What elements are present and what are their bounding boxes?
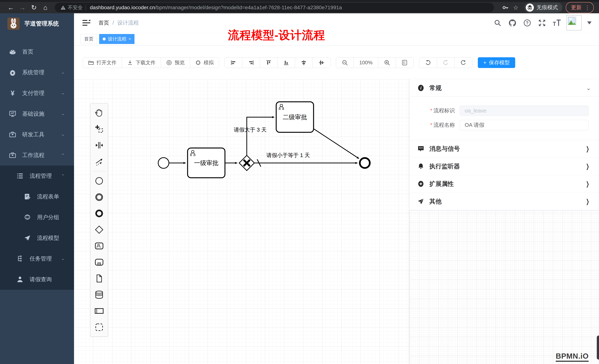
avatar-dropdown-caret[interactable] bbox=[587, 21, 592, 24]
sidebar-item-label: 请假查询 bbox=[30, 276, 52, 283]
cpu-button[interactable]: 模拟 bbox=[190, 58, 219, 68]
start-event[interactable] bbox=[158, 158, 169, 168]
flow-task2-to-end[interactable] bbox=[314, 129, 359, 159]
chevron-down-icon: ⌄ bbox=[61, 70, 65, 75]
fit-viewport-button[interactable] bbox=[396, 58, 414, 68]
align-left-button[interactable] bbox=[225, 58, 242, 68]
incognito-label: 无痕模式 bbox=[537, 4, 558, 11]
browser-reload-button[interactable]: ↻ bbox=[28, 4, 40, 11]
sidebar-item-首页[interactable]: 首页 bbox=[0, 41, 74, 62]
align-center-v-button[interactable] bbox=[313, 58, 330, 68]
zoom-out-button[interactable] bbox=[336, 58, 354, 68]
align-center-h-button[interactable] bbox=[295, 58, 313, 68]
help-icon[interactable]: ? bbox=[522, 18, 532, 28]
password-key-icon[interactable] bbox=[500, 4, 511, 11]
process-key-label: *流程标识 bbox=[410, 107, 460, 114]
section-other[interactable]: 其他 ❯ bbox=[410, 193, 599, 210]
align-top-button[interactable] bbox=[260, 58, 277, 68]
gauge-icon bbox=[9, 48, 16, 55]
address-bar[interactable]: 不安全 dashboard.yudao.iocoder.cn/bpm/manag… bbox=[55, 3, 494, 12]
process-name-input[interactable]: OA 请假 bbox=[460, 120, 589, 130]
sidebar-item-任务管理[interactable]: 任务管理⌄ bbox=[0, 248, 74, 269]
browser-tabstrip bbox=[0, 0, 599, 2]
flow-label-le1[interactable]: 请假小于等于 1 天 bbox=[266, 152, 310, 158]
browser-update-button[interactable]: 更新 ⋮ bbox=[566, 2, 594, 13]
sidebar-item-系统管理[interactable]: 系统管理⌄ bbox=[0, 62, 74, 83]
eye-button[interactable]: 预览 bbox=[161, 58, 190, 68]
breadcrumb-home[interactable]: 首页 bbox=[98, 19, 109, 27]
sidebar-item-支付管理[interactable]: ¥支付管理⌄ bbox=[0, 83, 74, 103]
security-label: 不安全 bbox=[68, 4, 83, 11]
browser-chrome: ← → ↻ ⌂ 不安全 dashboard.yudao.iocoder.cn/b… bbox=[0, 0, 599, 13]
security-warning[interactable]: 不安全 bbox=[60, 4, 83, 11]
browser-forward-button[interactable]: → bbox=[17, 4, 28, 11]
zoom-in-button[interactable] bbox=[378, 58, 396, 68]
save-model-button[interactable]: + 保存模型 bbox=[478, 57, 515, 68]
sidebar-item-用户分组[interactable]: 用户分组 bbox=[0, 207, 74, 228]
sidebar-item-研发工具[interactable]: 研发工具⌄ bbox=[0, 124, 74, 145]
section-extended-attrs[interactable]: 扩展属性 ❯ bbox=[410, 175, 599, 193]
folder-open-button[interactable]: 打开文件 bbox=[83, 58, 122, 68]
bpmn-io-watermark[interactable]: BPMN.iO bbox=[556, 352, 589, 362]
browser-back-button[interactable]: ← bbox=[5, 4, 17, 11]
redo-button[interactable] bbox=[437, 58, 455, 68]
sidebar-item-流程模型[interactable]: 流程模型 bbox=[0, 228, 74, 248]
sidebar: 芋道管理系统 首页系统管理⌄¥支付管理⌄基础设施⌄研发工具⌄工作流程⌃流程管理⌃… bbox=[0, 13, 74, 364]
github-icon[interactable] bbox=[507, 18, 518, 28]
user-avatar[interactable] bbox=[566, 15, 581, 31]
tab-design-process[interactable]: 设计流程 × bbox=[99, 34, 134, 44]
bookmark-star-icon[interactable]: ☆ bbox=[511, 4, 521, 11]
bpmn-canvas[interactable]: 请假大于 3 天 请假小于等于 1 天 一级审批 bbox=[74, 79, 599, 364]
bpmn-diagram: 请假大于 3 天 请假小于等于 1 天 一级审批 bbox=[74, 79, 410, 364]
history-button-group bbox=[419, 57, 472, 68]
chevron-down-icon[interactable]: ⌄ bbox=[586, 85, 591, 91]
sidebar-item-工作流程[interactable]: 工作流程⌃ bbox=[0, 145, 74, 166]
save-model-label: 保存模型 bbox=[489, 59, 510, 66]
field-process-name: *流程名称 OA 请假 bbox=[410, 120, 589, 130]
align-right-button[interactable] bbox=[242, 58, 260, 68]
tab-close-icon[interactable]: × bbox=[129, 37, 131, 41]
sidebar-fold-icon[interactable] bbox=[82, 20, 90, 26]
section-message-signal[interactable]: 消息与信号 ❯ bbox=[410, 140, 599, 157]
person-icon bbox=[16, 276, 24, 283]
app-logo-row[interactable]: 芋道管理系统 bbox=[0, 13, 74, 34]
tab-home[interactable]: 首页 bbox=[81, 34, 97, 44]
undo-button[interactable] bbox=[419, 58, 437, 68]
tags-view-bar: 首页 设计流程 × bbox=[74, 32, 599, 46]
user-task-level1[interactable]: 一级审批 bbox=[188, 148, 225, 178]
browser-menu-icon[interactable]: ⋮ bbox=[585, 4, 590, 11]
restart-button[interactable] bbox=[455, 58, 472, 68]
panel-sections: i 常规 ⌄ *流程标识 oa_leave *流程名称 OA 请假 bbox=[410, 79, 599, 211]
align-bottom-button[interactable] bbox=[277, 58, 295, 68]
user-task-level2[interactable]: 二级审批 bbox=[276, 102, 314, 132]
browser-home-button[interactable]: ⌂ bbox=[40, 4, 51, 11]
required-asterisk: * bbox=[430, 122, 432, 128]
section-title: 扩展属性 bbox=[429, 180, 454, 188]
button-label: 下载文件 bbox=[136, 59, 156, 66]
sidebar-item-基础设施[interactable]: 基础设施⌄ bbox=[0, 103, 74, 124]
sidebar-item-流程管理[interactable]: 流程管理⌃ bbox=[0, 166, 74, 186]
designer-toolbar: 打开文件下载文件预览模拟 100% bbox=[74, 46, 599, 79]
download-button[interactable]: 下载文件 bbox=[122, 58, 161, 68]
tab-home-label: 首页 bbox=[84, 36, 93, 42]
sidebar-item-请假查询[interactable]: 请假查询 bbox=[0, 269, 74, 290]
flow-gateway-to-task2[interactable] bbox=[247, 117, 274, 155]
sidebar-item-流程表单[interactable]: 流程表单 bbox=[0, 186, 74, 207]
exclusive-gateway[interactable] bbox=[239, 155, 254, 170]
flow-label-gt3[interactable]: 请假大于 3 天 bbox=[234, 127, 267, 133]
section-execution-listener[interactable]: 执行监听器 ❯ bbox=[410, 157, 599, 175]
end-event[interactable] bbox=[360, 158, 370, 168]
field-process-key: *流程标识 oa_leave bbox=[410, 105, 589, 116]
search-icon[interactable] bbox=[493, 18, 503, 28]
drawer-handle[interactable] bbox=[597, 336, 599, 360]
divider bbox=[86, 5, 86, 10]
zoom-button-group: 100% bbox=[336, 57, 414, 68]
process-key-input[interactable]: oa_leave bbox=[460, 105, 589, 116]
section-general[interactable]: i 常规 ⌄ bbox=[410, 79, 599, 96]
fullscreen-icon[interactable] bbox=[537, 18, 547, 28]
plus-circle-icon bbox=[417, 180, 424, 187]
sidebar-item-label: 任务管理 bbox=[30, 255, 52, 262]
section-title: 其他 bbox=[429, 197, 441, 206]
align-button-group bbox=[225, 57, 330, 68]
font-size-icon[interactable] bbox=[552, 18, 562, 28]
